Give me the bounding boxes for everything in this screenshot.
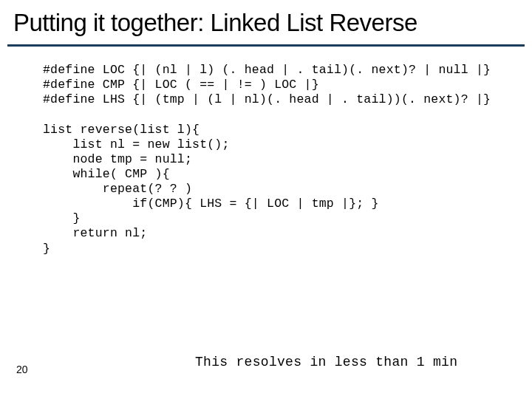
code-snippet: #define LOC {| (nl | l) (. head | . tail… [0, 47, 532, 256]
footer-note: This resolves in less than 1 min [195, 355, 457, 369]
slide-title: Putting it together: Linked List Reverse [0, 0, 532, 44]
page-number: 20 [16, 364, 28, 375]
